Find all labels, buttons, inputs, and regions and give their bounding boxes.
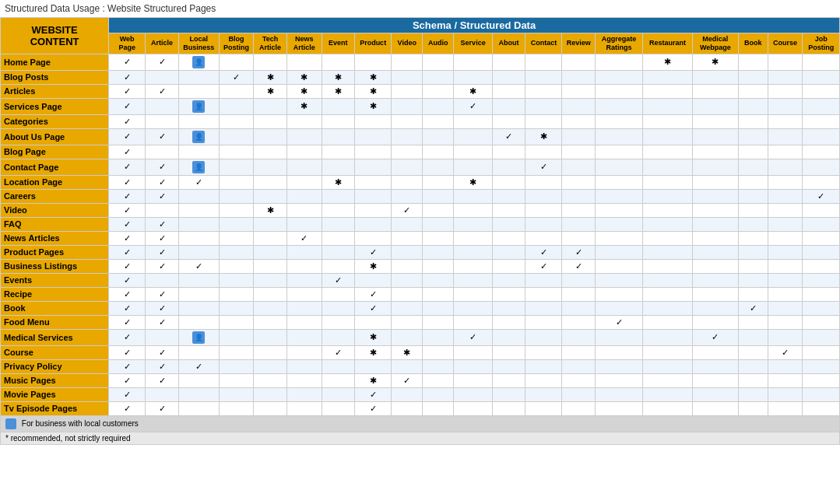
cell-video: [392, 259, 423, 273]
cell-tech_article: [254, 359, 286, 373]
cell-contact: ✓: [525, 245, 562, 259]
cell-aggregate_ratings: [595, 128, 642, 145]
cell-service: ✓: [454, 329, 493, 345]
cell-restaurant: [643, 401, 693, 415]
cell-review: [562, 175, 595, 189]
cell-job_posting: [803, 287, 840, 301]
col-header-about: About: [492, 33, 525, 54]
cell-course: [768, 373, 803, 387]
cell-audio: [423, 329, 454, 345]
cell-medical_webpage: [692, 301, 738, 315]
cell-tech_article: [254, 387, 286, 401]
row-label: About Us Page: [1, 128, 109, 145]
cell-service: [454, 145, 493, 159]
cell-review: ✓: [562, 245, 595, 259]
cell-audio: [423, 373, 454, 387]
cell-web_page: ✓: [109, 245, 146, 259]
cell-job_posting: [803, 315, 840, 329]
cell-restaurant: [643, 259, 693, 273]
cell-local_business: [178, 70, 219, 84]
cell-medical_webpage: [692, 245, 738, 259]
cell-article: [146, 98, 178, 114]
cell-course: [768, 387, 803, 401]
cell-audio: [423, 387, 454, 401]
cell-blog_posting: [219, 301, 254, 315]
cell-local_business: [178, 231, 219, 245]
cell-article: ✓: [146, 231, 178, 245]
page-title: Structured Data Usage : Website Structur…: [0, 0, 840, 17]
cell-aggregate_ratings: [595, 159, 642, 175]
cell-about: [492, 345, 525, 359]
cell-restaurant: [643, 387, 693, 401]
cell-video: [392, 175, 423, 189]
row-label: Business Listings: [1, 259, 109, 273]
cell-audio: [423, 231, 454, 245]
cell-product: ✱: [355, 84, 392, 98]
cell-video: [392, 84, 423, 98]
cell-course: [768, 189, 803, 203]
col-header-restaurant: Restaurant: [643, 33, 693, 54]
cell-medical_webpage: [692, 373, 738, 387]
cell-article: [146, 70, 178, 84]
cell-web_page: ✓: [109, 145, 146, 159]
cell-news_article: [286, 373, 322, 387]
cell-video: [392, 70, 423, 84]
cell-restaurant: [643, 273, 693, 287]
cell-tech_article: [254, 245, 286, 259]
cell-news_article: [286, 315, 322, 329]
cell-about: [492, 203, 525, 217]
cell-news_article: [286, 387, 322, 401]
cell-tech_article: [254, 401, 286, 415]
table-row: Tv Episode Pages✓✓✓: [1, 401, 840, 415]
cell-event: [322, 329, 354, 345]
cell-tech_article: [254, 145, 286, 159]
cell-blog_posting: [219, 189, 254, 203]
row-label: FAQ: [1, 217, 109, 231]
cell-audio: [423, 217, 454, 231]
table-row: Location Page✓✓✓✱✱: [1, 175, 840, 189]
cell-service: [454, 387, 493, 401]
cell-product: [355, 359, 392, 373]
row-label: Product Pages: [1, 245, 109, 259]
cell-book: [738, 189, 768, 203]
cell-tech_article: ✱: [254, 70, 286, 84]
cell-audio: [423, 84, 454, 98]
cell-medical_webpage: [692, 84, 738, 98]
cell-contact: ✱: [525, 128, 562, 145]
cell-event: [322, 217, 354, 231]
cell-about: [492, 84, 525, 98]
cell-news_article: [286, 159, 322, 175]
cell-book: [738, 359, 768, 373]
table-row: Food Menu✓✓✓: [1, 315, 840, 329]
cell-news_article: [286, 145, 322, 159]
cell-event: [322, 401, 354, 415]
cell-web_page: ✓: [109, 128, 146, 145]
cell-article: ✓: [146, 159, 178, 175]
cell-aggregate_ratings: [595, 189, 642, 203]
cell-job_posting: [803, 301, 840, 315]
cell-aggregate_ratings: [595, 345, 642, 359]
cell-video: [392, 301, 423, 315]
cell-service: [454, 159, 493, 175]
cell-product: [355, 189, 392, 203]
cell-about: [492, 189, 525, 203]
cell-medical_webpage: [692, 217, 738, 231]
cell-course: [768, 203, 803, 217]
cell-audio: [423, 54, 454, 70]
cell-about: [492, 217, 525, 231]
cell-audio: [423, 98, 454, 114]
cell-article: ✓: [146, 217, 178, 231]
cell-restaurant: [643, 203, 693, 217]
cell-web_page: ✓: [109, 175, 146, 189]
col-header-article: Article: [146, 33, 178, 54]
cell-tech_article: [254, 159, 286, 175]
cell-product: [355, 315, 392, 329]
cell-tech_article: [254, 231, 286, 245]
cell-web_page: ✓: [109, 387, 146, 401]
col-header-review: Review: [562, 33, 595, 54]
cell-about: [492, 387, 525, 401]
cell-review: [562, 345, 595, 359]
cell-service: [454, 345, 493, 359]
cell-contact: [525, 98, 562, 114]
cell-product: [355, 175, 392, 189]
